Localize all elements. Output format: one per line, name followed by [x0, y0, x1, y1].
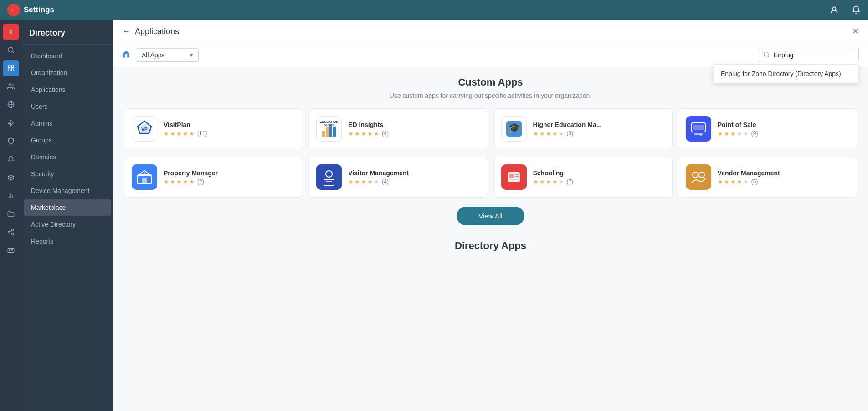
ed-insights-name: ED Insights — [348, 121, 480, 128]
svg-rect-28 — [329, 124, 332, 137]
notification-bell-icon[interactable] — [852, 5, 861, 15]
schooling-rating: ★ ★ ★ ★ ★ (7) — [533, 178, 665, 185]
svg-point-19 — [9, 250, 10, 251]
rail-globe-icon[interactable] — [3, 96, 19, 113]
search-icon — [763, 51, 770, 59]
svg-point-14 — [8, 231, 10, 233]
pos-rating: ★ ★ ★ ★ ★ (9) — [718, 130, 849, 137]
view-all-button[interactable]: View All — [457, 207, 524, 225]
search-result-item[interactable]: Enplug for Zoho Directory (Directory App… — [714, 65, 858, 83]
rail-search-icon[interactable] — [3, 42, 19, 58]
rail-box-icon[interactable] — [3, 169, 19, 186]
app-card-schooling[interactable]: Schooling ★ ★ ★ ★ ★ (7) — [493, 157, 673, 198]
higher-ed-icon: 🎓 — [501, 116, 527, 142]
svg-rect-2 — [8, 66, 10, 68]
back-button[interactable]: ← — [7, 4, 20, 16]
sidebar-item-device-management[interactable]: Device Management — [24, 183, 111, 199]
content-header-left: ← Applications — [122, 27, 179, 36]
sidebar-item-dashboard[interactable]: Dashboard — [24, 48, 111, 64]
rail-grid-icon[interactable] — [3, 60, 19, 76]
rail-shield-icon[interactable] — [3, 133, 19, 149]
property-manager-rating: ★ ★ ★ ★ ★ (2) — [164, 178, 295, 185]
schooling-info: Schooling ★ ★ ★ ★ ★ (7) — [533, 169, 665, 185]
rail-back-icon[interactable] — [3, 24, 19, 40]
app-filter-select[interactable]: All Apps Custom Apps Directory Apps — [136, 48, 199, 62]
close-button[interactable]: ✕ — [852, 26, 859, 36]
svg-rect-29 — [333, 127, 336, 137]
svg-text:🎓: 🎓 — [508, 122, 520, 134]
top-bar-actions — [830, 5, 861, 15]
view-all-wrapper: View All — [124, 207, 857, 225]
filter-bar: All Apps Custom Apps Directory Apps ▼ En… — [113, 43, 868, 67]
user-menu-button[interactable] — [830, 5, 846, 15]
sidebar-item-marketplace[interactable]: Marketplace — [24, 199, 111, 216]
svg-point-0 — [833, 7, 836, 10]
higher-ed-rating: ★ ★ ★ ★ ★ (3) — [533, 130, 665, 137]
app-card-pos[interactable]: Point of Sale ★ ★ ★ ★ ★ (9) — [678, 108, 857, 149]
sidebar-item-active-directory[interactable]: Active Directory — [24, 216, 111, 233]
vendor-management-name: Vendor Management — [718, 169, 849, 177]
custom-apps-subtitle: Use custom apps for carrying out specifi… — [124, 92, 857, 99]
app-card-vendor-management[interactable]: Vendor Management ★ ★ ★ ★ ★ (5) — [678, 157, 857, 198]
sidebar-item-users[interactable]: Users — [24, 98, 111, 115]
sidebar-item-security[interactable]: Security — [24, 166, 111, 182]
app-title: Settings — [24, 5, 54, 15]
sidebar-item-reports[interactable]: Reports — [24, 233, 111, 249]
svg-point-15 — [12, 233, 14, 235]
app-card-visitor-management[interactable]: Visitor Management ★ ★ ★ ★ ★ (4) — [308, 157, 488, 198]
sidebar-item-organization[interactable]: Organization — [24, 65, 111, 81]
svg-rect-52 — [509, 174, 514, 178]
visitor-management-icon — [316, 164, 342, 190]
visitplan-rating: ★ ★ ★ ★ ★ (11) — [164, 130, 295, 137]
rail-users-icon[interactable] — [3, 78, 19, 95]
svg-rect-27 — [326, 127, 329, 137]
app-filter-dropdown[interactable]: All Apps Custom Apps Directory Apps ▼ — [136, 48, 199, 62]
content-area: ← Applications ✕ All Apps Custom Apps Di… — [113, 20, 868, 411]
app-card-ed-insights[interactable]: EDUCATION INSIGHTS ED Insights ★ ★ ★ ★ ★… — [308, 108, 488, 149]
rail-lightning-icon[interactable] — [3, 115, 19, 131]
svg-rect-37 — [693, 125, 704, 130]
svg-rect-5 — [11, 69, 14, 71]
sidebar-item-admins[interactable]: Admins — [24, 115, 111, 132]
vendor-management-info: Vendor Management ★ ★ ★ ★ ★ (5) — [718, 169, 849, 185]
rail-share-icon[interactable] — [3, 224, 19, 240]
schooling-icon — [501, 164, 527, 190]
property-manager-name: Property Manager — [164, 169, 295, 177]
visitplan-icon: VP — [132, 116, 157, 142]
rail-id-icon[interactable] — [3, 242, 19, 259]
sidebar-header: Directory — [22, 20, 113, 45]
svg-point-1 — [8, 47, 13, 52]
ed-insights-rating: ★ ★ ★ ★ ★ (4) — [348, 130, 480, 137]
app-grid-row2: $ Property Manager ★ ★ ★ ★ ★ (2) — [124, 157, 857, 198]
rail-chart-icon[interactable] — [3, 188, 19, 204]
pos-info: Point of Sale ★ ★ ★ ★ ★ (9) — [718, 121, 849, 137]
app-card-higher-ed[interactable]: 🎓 Higher Education Ma... ★ ★ ★ ★ ★ (3) — [493, 108, 673, 149]
svg-rect-40 — [133, 166, 156, 188]
search-input[interactable] — [759, 48, 859, 62]
ed-insights-info: ED Insights ★ ★ ★ ★ ★ (4) — [348, 121, 480, 137]
sidebar-item-domains[interactable]: Domains — [24, 149, 111, 165]
visitor-management-rating: ★ ★ ★ ★ ★ (4) — [348, 178, 480, 185]
svg-rect-4 — [8, 69, 10, 71]
content-header: ← Applications ✕ — [113, 20, 868, 43]
sidebar-item-groups[interactable]: Groups — [24, 132, 111, 148]
sidebar-item-applications[interactable]: Applications — [24, 81, 111, 98]
visitplan-info: VisitPlan ★ ★ ★ ★ ★ (11) — [164, 121, 295, 137]
app-card-property-manager[interactable]: $ Property Manager ★ ★ ★ ★ ★ (2) — [124, 157, 303, 198]
svg-line-17 — [10, 230, 12, 232]
app-card-visitplan[interactable]: VP VisitPlan ★ ★ ★ ★ ★ (11) — [124, 108, 303, 149]
search-wrapper: Enplug for Zoho Directory (Directory App… — [759, 48, 859, 62]
svg-rect-56 — [687, 166, 710, 188]
main-scroll: Custom Apps Use custom apps for carrying… — [113, 67, 868, 411]
rail-bell-icon[interactable] — [3, 151, 19, 167]
top-bar: ← Settings — [0, 0, 868, 20]
svg-rect-43 — [142, 178, 147, 184]
home-icon[interactable] — [122, 50, 130, 61]
rail-folder-icon[interactable] — [3, 206, 19, 222]
applications-back-button[interactable]: ← — [122, 27, 130, 36]
visitor-management-info: Visitor Management ★ ★ ★ ★ ★ (4) — [348, 169, 480, 185]
svg-marker-8 — [8, 120, 14, 126]
svg-rect-3 — [11, 66, 14, 68]
schooling-name: Schooling — [533, 169, 665, 177]
ed-insights-icon: EDUCATION INSIGHTS — [316, 116, 342, 142]
